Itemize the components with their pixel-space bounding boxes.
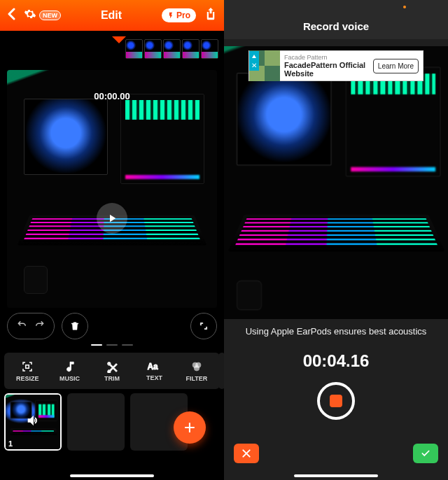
stop-record-button[interactable] [317, 382, 355, 420]
toolbar-overflow[interactable] [218, 353, 224, 389]
undo-redo-group [7, 313, 55, 339]
page-indicator [0, 344, 224, 346]
settings-icon[interactable] [24, 8, 36, 23]
video-preview[interactable] [7, 70, 217, 308]
record-title: Record voice [303, 20, 369, 32]
edit-toolbar: RESIZE MUSIC TRIM Aa TEXT FILTER [4, 353, 220, 389]
play-button[interactable] [97, 203, 127, 234]
tool-filter[interactable]: FILTER [176, 360, 217, 382]
fullscreen-button[interactable] [190, 313, 217, 339]
add-clip-button[interactable]: + [174, 411, 206, 444]
pro-button[interactable]: Pro [162, 8, 196, 22]
home-indicator[interactable] [70, 474, 154, 477]
preview-controls [7, 311, 217, 341]
ad-text: Facade Pattern FacadePattern Official We… [280, 54, 373, 78]
adchoices-icon[interactable] [249, 51, 259, 61]
recording-timecode: 00:04.16 [224, 351, 448, 371]
tool-music-label: MUSIC [59, 375, 80, 382]
record-voice-screen: Record voice ✕ Facade Pattern FacadePatt… [224, 0, 448, 480]
tool-music[interactable]: MUSIC [49, 360, 90, 382]
tool-text[interactable]: Aa TEXT [134, 361, 174, 381]
timecode-label: 00:00.00 [0, 91, 224, 101]
editor-header: NEW Edit Pro [0, 0, 224, 31]
tool-text-label: TEXT [146, 374, 162, 381]
pro-label: Pro [176, 10, 190, 20]
svg-point-3 [194, 365, 200, 371]
ad-close-icon[interactable]: ✕ [249, 61, 259, 71]
stop-icon [330, 395, 342, 407]
tool-resize[interactable]: RESIZE [7, 360, 48, 382]
new-badge: NEW [39, 10, 61, 20]
plus-icon: + [184, 416, 195, 439]
tool-trim[interactable]: TRIM [92, 360, 132, 382]
confirm-button[interactable] [413, 444, 438, 463]
record-preview [224, 46, 448, 319]
status-dot-icon [403, 6, 406, 8]
recent-thumbnails[interactable] [125, 39, 218, 59]
home-indicator[interactable] [294, 474, 378, 477]
cancel-button[interactable] [234, 444, 259, 463]
ad-category: Facade Pattern [284, 54, 369, 61]
tool-resize-label: RESIZE [16, 375, 39, 382]
editor-screen: NEW Edit Pro 00:00.00 [0, 0, 224, 480]
undo-icon[interactable] [16, 320, 27, 332]
export-icon[interactable] [204, 7, 217, 24]
delete-button[interactable] [62, 313, 88, 339]
record-actions [224, 444, 448, 463]
ad-cta-button[interactable]: Learn More [373, 59, 419, 73]
record-header: Record voice [224, 0, 448, 39]
svg-text:Aa: Aa [148, 362, 159, 372]
ad-banner[interactable]: ✕ Facade Pattern FacadePattern Official … [248, 50, 424, 81]
pointer-icon [112, 36, 126, 43]
clip-empty[interactable] [67, 393, 125, 451]
speaker-icon [25, 413, 41, 431]
ad-headline: FacadePattern Official Website [284, 61, 369, 78]
screen-title: Edit [101, 9, 122, 22]
back-icon[interactable] [7, 8, 15, 23]
tool-trim-label: TRIM [104, 375, 120, 382]
clip-thumbnail[interactable]: 1 [4, 393, 62, 451]
recording-tip: Using Apple EarPods ensures best acousti… [224, 326, 448, 337]
clip-index: 1 [8, 439, 13, 448]
tool-filter-label: FILTER [186, 375, 207, 382]
redo-icon[interactable] [34, 320, 46, 332]
